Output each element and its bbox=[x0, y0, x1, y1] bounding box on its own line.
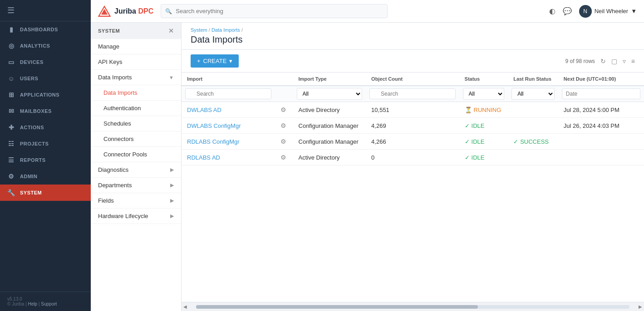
sidebar-item-connectors[interactable]: Connectors bbox=[91, 131, 181, 147]
user-menu[interactable]: N Neil Wheeler ▼ bbox=[579, 5, 637, 18]
chevron-right-icon: ▶ bbox=[170, 213, 174, 219]
columns-icon[interactable]: ≡ bbox=[631, 58, 635, 65]
next-due-cell: Jul 26, 2024 4:03 PM bbox=[558, 118, 644, 134]
col-next-due: Next Due (UTC+01:00) bbox=[558, 73, 644, 86]
status-badge: ✓ IDLE bbox=[465, 122, 503, 129]
object-count-cell: 0 bbox=[366, 150, 459, 165]
bottom-scrollbar: ◀ ▶ bbox=[182, 302, 644, 311]
sidebar-item-connector-pools[interactable]: Connector Pools bbox=[91, 147, 181, 162]
project-icon: ☷ bbox=[7, 140, 15, 147]
import-link-dwlabs-ad[interactable]: DWLABS AD bbox=[187, 107, 221, 113]
sidebar-item-hardware-lifecycle[interactable]: Hardware Lifecycle ▶ bbox=[91, 209, 181, 224]
last-run-status-badge: ✓ SUCCESS bbox=[513, 138, 553, 145]
logo: Juriba DPC bbox=[98, 5, 153, 18]
laptop-icon: ▭ bbox=[7, 58, 15, 66]
import-link-dwlabs-configmgr[interactable]: DWLABS ConfigMgr bbox=[187, 122, 241, 129]
chevron-right-icon: ▶ bbox=[170, 182, 174, 188]
import-type-filter-select[interactable]: All bbox=[297, 88, 363, 100]
row-settings-icon[interactable]: ⚙ bbox=[280, 138, 286, 145]
object-count-cell: 10,551 bbox=[366, 102, 459, 118]
import-filter-input[interactable] bbox=[185, 88, 271, 99]
breadcrumb: System / Data Imports / bbox=[191, 27, 635, 33]
sidebar-item-users[interactable]: ☺ USERS bbox=[0, 70, 91, 87]
row-settings-icon[interactable]: ⚙ bbox=[280, 106, 286, 113]
sidebar-item-schedules[interactable]: Schedules bbox=[91, 116, 181, 131]
search-input[interactable] bbox=[161, 4, 388, 18]
sidebar-item-devices[interactable]: ▭ DEVICES bbox=[0, 54, 91, 70]
sidebar-item-data-imports-group[interactable]: Data Imports ▼ bbox=[91, 70, 181, 85]
status-badge: ✓ IDLE bbox=[465, 154, 503, 161]
table-row: DWLABS ConfigMgr ⚙ Configuration Manager… bbox=[182, 118, 644, 134]
scroll-left-arrow[interactable]: ◀ bbox=[183, 304, 187, 309]
object-count-filter-input[interactable] bbox=[369, 88, 456, 99]
sidebar-item-system[interactable]: 🔧 SYSTEM bbox=[0, 185, 91, 201]
page-header: System / Data Imports / Data Imports bbox=[182, 23, 644, 50]
import-link-rdlabs-configmgr[interactable]: RDLABS ConfigMgr bbox=[187, 138, 240, 145]
chevron-right-icon: ▶ bbox=[170, 198, 174, 204]
sidebar-item-manage[interactable]: Manage bbox=[91, 39, 181, 54]
sidebar-item-projects[interactable]: ☷ PROJECTS bbox=[0, 136, 91, 152]
sidebar-close-button[interactable]: ✕ bbox=[168, 27, 174, 34]
breadcrumb-data-imports-link[interactable]: Data Imports bbox=[211, 27, 240, 33]
refresh-icon[interactable]: ↻ bbox=[600, 58, 606, 65]
check-icon: ✓ bbox=[513, 138, 518, 145]
clock-icon: ⏳ bbox=[465, 107, 472, 113]
wrench-icon: 🔧 bbox=[7, 189, 15, 196]
import-type-cell: Configuration Manager bbox=[293, 118, 366, 134]
filter-icon[interactable]: ▿ bbox=[623, 58, 626, 65]
breadcrumb-system-link[interactable]: System bbox=[191, 27, 207, 33]
chat-icon[interactable]: 💬 bbox=[563, 7, 572, 15]
col-object-count: Object Count bbox=[366, 73, 459, 86]
scroll-thumb bbox=[196, 305, 478, 309]
menu-icon[interactable]: ☰ bbox=[7, 6, 15, 15]
table-row: RDLABS AD ⚙ Active Directory 0 ✓ IDLE bbox=[182, 150, 644, 165]
actions-icon: ✚ bbox=[7, 124, 15, 131]
sidebar-panel: SYSTEM ✕ Manage API Keys Data Imports ▼ … bbox=[91, 23, 182, 311]
import-link-rdlabs-ad[interactable]: RDLABS AD bbox=[187, 154, 220, 161]
sidebar-section-header: SYSTEM ✕ bbox=[91, 23, 181, 39]
sidebar-item-dashboards[interactable]: ▮ DASHBOARDS bbox=[0, 21, 91, 38]
table-row: DWLABS AD ⚙ Active Directory 10,551 ⏳ RU… bbox=[182, 102, 644, 118]
nav-footer: v5.13.0 © Juriba | Help | Support bbox=[0, 292, 91, 311]
row-settings-icon[interactable]: ⚙ bbox=[280, 122, 286, 129]
import-type-cell: Configuration Manager bbox=[293, 134, 366, 150]
contrast-icon[interactable]: ◐ bbox=[549, 7, 556, 15]
sidebar-item-mailboxes[interactable]: ✉ MAILBOXES bbox=[0, 103, 91, 119]
search-icon: 🔍 bbox=[165, 8, 172, 15]
table-row: RDLABS ConfigMgr ⚙ Configuration Manager… bbox=[182, 134, 644, 150]
sidebar-item-actions[interactable]: ✚ ACTIONS bbox=[0, 119, 91, 136]
help-link[interactable]: Help bbox=[28, 301, 38, 306]
dropdown-arrow-icon: ▾ bbox=[229, 58, 232, 64]
sidebar-item-diagnostics[interactable]: Diagnostics ▶ bbox=[91, 162, 181, 178]
mail-icon: ✉ bbox=[7, 107, 15, 115]
sidebar-item-reports[interactable]: ☰ REPORTS bbox=[0, 152, 91, 168]
sidebar-item-applications[interactable]: ⊞ APPLICATIONS bbox=[0, 87, 91, 103]
row-settings-icon[interactable]: ⚙ bbox=[280, 154, 286, 161]
report-icon: ☰ bbox=[7, 156, 15, 164]
import-type-cell: Active Directory bbox=[293, 150, 366, 165]
nav-header: ☰ bbox=[0, 0, 91, 21]
chevron-down-icon: ▼ bbox=[631, 8, 637, 15]
support-link[interactable]: Support bbox=[41, 301, 57, 306]
sidebar-item-analytics[interactable]: ◎ ANALYTICS bbox=[0, 38, 91, 54]
sidebar-item-api-keys[interactable]: API Keys bbox=[91, 54, 181, 70]
sidebar-item-authentication[interactable]: Authentication bbox=[91, 101, 181, 116]
create-button[interactable]: + CREATE ▾ bbox=[191, 54, 239, 68]
data-imports-table: Import Import Type Object Count Status L… bbox=[182, 73, 644, 165]
main-area: Juriba DPC 🔍 ◐ 💬 N Neil Wheeler ▼ SYSTEM… bbox=[91, 0, 644, 311]
export-icon[interactable]: ▢ bbox=[611, 58, 617, 65]
last-run-filter-select[interactable]: All bbox=[511, 88, 555, 100]
sidebar-item-admin[interactable]: ⚙ ADMIN bbox=[0, 168, 91, 185]
sidebar-item-fields[interactable]: Fields ▶ bbox=[91, 193, 181, 209]
col-status: Status bbox=[459, 73, 508, 86]
gear-icon: ⚙ bbox=[7, 173, 15, 180]
search-bar[interactable]: 🔍 bbox=[161, 4, 388, 18]
next-due-filter-input[interactable] bbox=[562, 88, 640, 99]
sidebar-item-departments[interactable]: Departments ▶ bbox=[91, 178, 181, 193]
status-filter-select[interactable]: All bbox=[463, 88, 505, 100]
scroll-track[interactable] bbox=[196, 305, 629, 309]
topbar-right: ◐ 💬 N Neil Wheeler ▼ bbox=[549, 5, 637, 18]
scroll-right-arrow[interactable]: ▶ bbox=[639, 304, 642, 309]
avatar: N bbox=[579, 5, 592, 18]
sidebar-item-data-imports[interactable]: Data Imports bbox=[91, 85, 181, 101]
